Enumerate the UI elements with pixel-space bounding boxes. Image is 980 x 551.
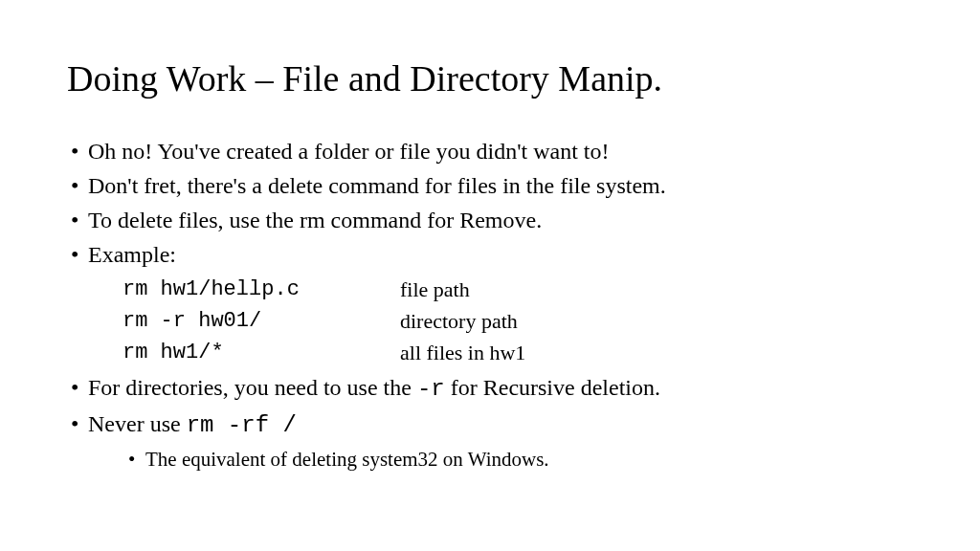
bullet-item: Oh no! You've created a folder or file y…	[71, 134, 913, 168]
sub-bullet-list: The equivalent of deleting system32 on W…	[88, 445, 913, 475]
example-description: file path	[400, 274, 470, 305]
example-block: rm hw1/hellp.c file path rm -r hw01/ dir…	[88, 274, 913, 368]
bullet-item: Never use rm -rf / The equivalent of del…	[71, 407, 913, 475]
bullet-item: Don't fret, there's a delete command for…	[71, 168, 913, 203]
bullet-text: Example:	[88, 242, 176, 267]
bullet-list: Oh no! You've created a folder or file y…	[67, 134, 913, 475]
slide-title: Doing Work – File and Directory Manip.	[67, 57, 913, 99]
bullet-text-suffix: for Recursive deletion.	[445, 375, 660, 400]
bullet-item: To delete files, use the rm command for …	[71, 203, 913, 237]
bullet-item: For directories, you need to use the -r …	[71, 370, 913, 407]
example-command: rm hw1/hellp.c	[122, 274, 400, 305]
example-row: rm hw1/hellp.c file path	[122, 274, 913, 305]
example-command: rm -r hw01/	[122, 305, 400, 337]
inline-code: rm -rf /	[187, 412, 297, 438]
sub-bullet-item: The equivalent of deleting system32 on W…	[128, 445, 913, 475]
inline-code: -r	[417, 376, 445, 402]
bullet-text-prefix: For directories, you need to use the	[88, 375, 417, 400]
example-description: directory path	[400, 305, 518, 337]
example-row: rm hw1/* all files in hw1	[122, 337, 913, 368]
bullet-item-example: Example: rm hw1/hellp.c file path rm -r …	[71, 237, 913, 368]
example-command: rm hw1/*	[122, 337, 400, 368]
bullet-text-prefix: Never use	[88, 411, 187, 436]
example-description: all files in hw1	[400, 337, 525, 368]
example-row: rm -r hw01/ directory path	[122, 305, 913, 337]
